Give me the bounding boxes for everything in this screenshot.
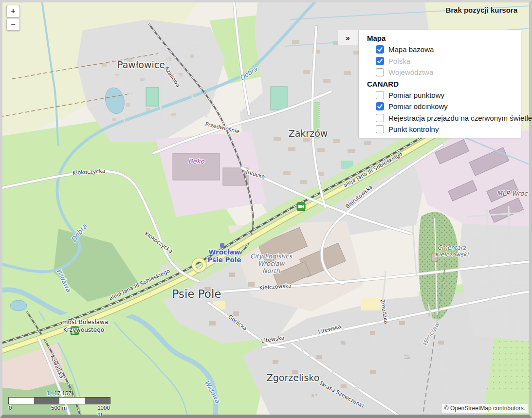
layer-row-punkt-kontrolny[interactable]: Punkt kontrolny bbox=[359, 124, 521, 135]
label-city-logistics-2: Wrocław bbox=[258, 260, 285, 267]
layer-row-pomiar-punktowy[interactable]: Pomiar punktowy bbox=[359, 90, 521, 101]
label-zakrzow: Zakrzów bbox=[289, 128, 328, 139]
layer-label: Pomiar punktowy bbox=[388, 91, 444, 99]
label-station-line1: Wrocław bbox=[208, 248, 240, 256]
layer-row-polska[interactable]: Polska bbox=[359, 55, 521, 67]
map-window: Pawłowice Zakrzów Psie Pole Zgorzelisko … bbox=[0, 0, 532, 418]
scale-control: 1 : 17 157 0 500 m 1000 m bbox=[8, 390, 111, 412]
layer-row-mapa-bazowa[interactable]: Mapa bazowa bbox=[359, 44, 521, 55]
layer-row-wojewodztwa[interactable]: Województwa bbox=[359, 67, 521, 78]
label-most-2: Krzywoustego bbox=[63, 327, 104, 333]
layer-label: Punkt kontrolny bbox=[388, 125, 439, 133]
scale-tick-500: 500 m bbox=[51, 405, 67, 411]
cursor-position-status: Brak pozycji kursora bbox=[445, 6, 517, 14]
label-psie-pole: Psie Pole bbox=[172, 288, 221, 300]
label-most-1: most Bolesława bbox=[62, 319, 108, 326]
checkbox-rejestracja[interactable] bbox=[376, 114, 384, 122]
label-city-logistics-3: North bbox=[262, 267, 280, 274]
scale-bar bbox=[8, 397, 110, 404]
scale-ratio-text: 1 : 17 157 bbox=[8, 390, 110, 396]
scale-tick-1000: 1000 m bbox=[97, 405, 110, 417]
layer-label: Mapa bazowa bbox=[388, 45, 434, 54]
layer-panel: Mapa Mapa bazowa Polska Województwa CANA… bbox=[359, 30, 521, 138]
checkbox-mapa-bazowa[interactable] bbox=[376, 45, 384, 54]
checkbox-pomiar-odcinkowy[interactable] bbox=[376, 102, 384, 110]
osm-attribution[interactable]: © OpenStreetMap contributors. bbox=[442, 404, 528, 413]
railway-station-marker bbox=[220, 243, 224, 248]
label-zgorzelisko: Zgorzelisko bbox=[267, 372, 320, 383]
layer-label: Pomiar odcinkowy bbox=[388, 102, 448, 110]
layer-panel-collapse-button[interactable]: » bbox=[338, 30, 358, 45]
checkbox-punkt-kontrolny[interactable] bbox=[376, 125, 384, 133]
layer-row-rejestracja-czerwone-swiatlo[interactable]: Rejestracja przejazdu na czerwonym świet… bbox=[359, 112, 521, 124]
layer-label: Rejestracja przejazdu na czerwonym świet… bbox=[388, 114, 532, 122]
layer-row-pomiar-odcinkowy[interactable]: Pomiar odcinkowy bbox=[359, 101, 521, 112]
checkbox-polska[interactable] bbox=[376, 57, 384, 65]
label-pawlowice: Pawłowice bbox=[117, 59, 165, 70]
layer-group-title-mapa: Mapa bbox=[359, 33, 521, 44]
layer-label: Województwa bbox=[388, 68, 433, 76]
label-city-logistics-1: City Logistics bbox=[250, 253, 293, 260]
layer-group-title-canard: CANARD bbox=[359, 78, 521, 90]
label-mlp: MLP Wroc bbox=[497, 190, 529, 197]
scale-ticks: 0 500 m 1000 m bbox=[8, 405, 111, 412]
checkbox-pomiar-punktowy[interactable] bbox=[376, 91, 384, 99]
section-speed-measurement-marker[interactable] bbox=[297, 202, 305, 211]
label-beko: Beko bbox=[188, 157, 204, 165]
label-station-line2: Psie Pole bbox=[207, 256, 241, 264]
label-cmentarz-2: Kiełczowski bbox=[435, 251, 469, 258]
zoom-out-button[interactable]: − bbox=[6, 18, 20, 31]
checkbox-wojewodztwa[interactable] bbox=[376, 68, 384, 76]
label-cmentarz-1: Cmentarz bbox=[438, 244, 467, 251]
zoom-in-button[interactable]: + bbox=[6, 5, 20, 18]
layer-label: Polska bbox=[388, 57, 410, 65]
scale-tick-0: 0 bbox=[9, 405, 12, 411]
